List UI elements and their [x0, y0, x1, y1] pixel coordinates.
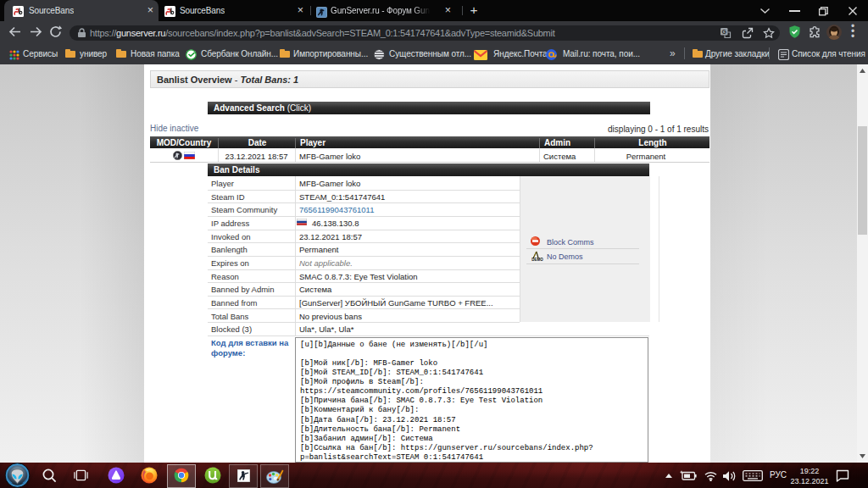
svg-text:G: G — [721, 29, 726, 35]
svg-text:DEMO: DEMO — [531, 258, 543, 262]
